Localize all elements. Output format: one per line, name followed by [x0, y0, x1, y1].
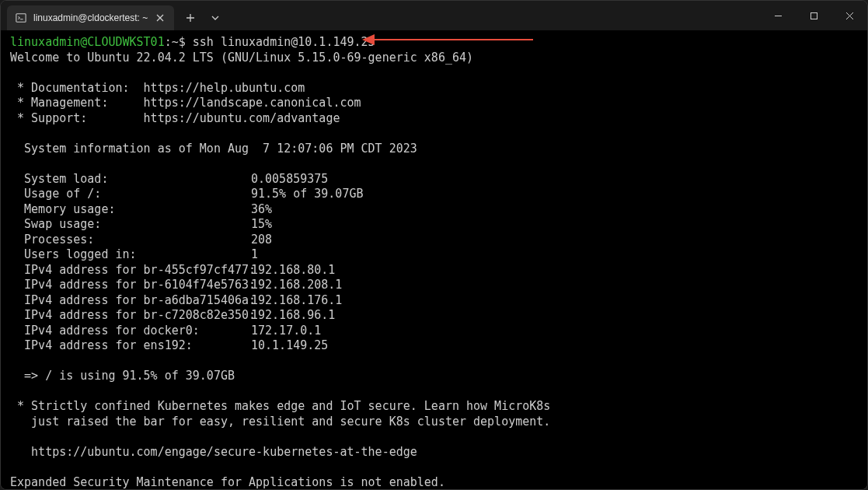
new-tab-button[interactable]: [179, 6, 202, 30]
terminal-content[interactable]: linuxadmin@CLOUDWKST01:~$ ssh linuxadmin…: [1, 30, 867, 489]
support-link: * Support: https://ubuntu.com/advantage: [10, 111, 340, 125]
tab-title: linuxadmin@cldockertest: ~: [33, 12, 148, 23]
sysinfo-block: System load:0.005859375 Usage of /:91.5%…: [10, 172, 858, 354]
sysinfo-label: IPv4 address for docker0:: [10, 324, 251, 339]
sysinfo-value: 10.1.149.25: [251, 338, 328, 352]
motd-url: https://ubuntu.com/engage/secure-kuberne…: [10, 445, 417, 459]
tab-actions: [179, 6, 227, 30]
sysinfo-label: Swap usage:: [10, 217, 251, 233]
tab-active[interactable]: linuxadmin@cldockertest: ~: [7, 5, 174, 30]
disk-warning: => / is using 91.5% of 39.07GB: [10, 369, 235, 383]
prompt-command: ssh linuxadmin@10.1.149.25: [193, 35, 375, 49]
sysinfo-value: 15%: [251, 217, 272, 231]
tabs-container: linuxadmin@cldockertest: ~: [7, 1, 227, 30]
terminal-icon: [15, 12, 27, 24]
motd-line1: * Strictly confined Kubernetes makes edg…: [10, 399, 550, 413]
sysinfo-label: Memory usage:: [10, 202, 251, 218]
maximize-button[interactable]: [796, 1, 831, 30]
welcome-line: Welcome to Ubuntu 22.04.2 LTS (GNU/Linux…: [10, 51, 473, 65]
sysinfo-value: 192.168.208.1: [251, 278, 342, 292]
sysinfo-label: Usage of /:: [10, 187, 251, 202]
tab-dropdown-button[interactable]: [204, 6, 227, 30]
motd-line2: just raised the bar for easy, resilient …: [10, 415, 550, 429]
close-window-button[interactable]: [831, 1, 867, 30]
prompt-user-host: linuxadmin@CLOUDWKST01: [10, 35, 165, 49]
sysinfo-value: 36%: [251, 202, 272, 216]
sysinfo-label: IPv4 address for br-c7208c82e350:: [10, 308, 251, 324]
sysinfo-value: 192.168.176.1: [251, 293, 342, 307]
svg-rect-7: [810, 12, 817, 19]
sysinfo-value: 172.17.0.1: [251, 324, 321, 338]
sysinfo-value: 1: [251, 247, 258, 261]
esm-line: Expanded Security Maintenance for Applic…: [10, 475, 445, 489]
minimize-button[interactable]: [760, 1, 796, 30]
sysinfo-label: IPv4 address for br-a6dba715406a:: [10, 293, 251, 309]
close-icon[interactable]: [154, 12, 166, 24]
doc-link: * Documentation: https://help.ubuntu.com: [10, 81, 305, 95]
sysinfo-value: 192.168.96.1: [251, 308, 335, 322]
sysinfo-label: Processes:: [10, 233, 251, 248]
sysinfo-label: System load:: [10, 172, 251, 187]
arrow-annotation: [362, 37, 533, 43]
sysinfo-value: 0.005859375: [251, 172, 328, 186]
sysinfo-label: Users logged in:: [10, 247, 251, 263]
svg-rect-0: [16, 14, 26, 23]
prompt-path: :~$: [165, 35, 186, 49]
sysinfo-label: IPv4 address for br-455cf97cf477:: [10, 263, 251, 278]
sysinfo-label: IPv4 address for ens192:: [10, 338, 251, 354]
window-controls: [760, 1, 867, 30]
sysinfo-value: 208: [251, 233, 272, 247]
sysinfo-label: IPv4 address for br-6104f74e5763:: [10, 278, 251, 293]
sysinfo-value: 91.5% of 39.07GB: [251, 187, 364, 201]
sysinfo-value: 192.168.80.1: [251, 263, 335, 277]
sysinfo-header: System information as of Mon Aug 7 12:07…: [10, 142, 417, 156]
titlebar: linuxadmin@cldockertest: ~: [1, 1, 867, 30]
mgmt-link: * Management: https://landscape.canonica…: [10, 96, 361, 110]
